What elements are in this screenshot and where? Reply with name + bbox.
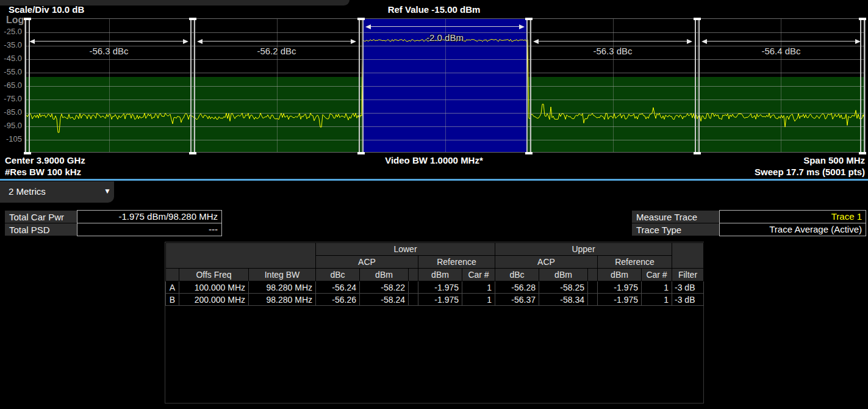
acp-value-cell: 98.280 MHz <box>249 294 316 306</box>
acp-value-cell <box>409 294 418 306</box>
video-bw-setting[interactable]: Video BW 1.0000 MHz* <box>0 155 868 165</box>
acp-table-row: B200.000 MHz98.280 MHz-56.26-58.24-1.975… <box>166 294 704 306</box>
y-axis-label: -25.0 <box>0 27 22 36</box>
column-header-dbm: dBm <box>598 269 642 281</box>
channel-gate-marker <box>190 19 195 153</box>
y-axis-label: -105 <box>0 134 22 143</box>
acp-value-cell: -1.975 <box>418 294 462 306</box>
column-header-integ-bw: Integ BW <box>249 269 316 281</box>
arrow-line <box>370 26 520 27</box>
gate-line <box>194 19 195 153</box>
adjacent-channel-power-label: -56.4 dBc <box>697 46 865 56</box>
acp-value-cell: -56.26 <box>316 294 360 306</box>
column-header-filter: Filter <box>672 269 704 281</box>
column-header-car-: Car # <box>642 269 672 281</box>
acp-value-cell: 1 <box>642 294 672 306</box>
column-header-dbc: dBc <box>495 269 539 281</box>
acp-value-cell: -1.975 <box>418 281 462 294</box>
column-header-spacer <box>166 269 179 281</box>
adjacent-channel-arrow <box>197 39 356 44</box>
metrics-dropdown[interactable]: 2 Metrics ▼ <box>0 181 114 203</box>
arrowhead-left-icon <box>29 39 35 44</box>
acp-value-cell: -56.24 <box>316 281 360 294</box>
column-header-dbm: dBm <box>360 269 409 281</box>
y-axis-label: -95.0 <box>0 121 22 130</box>
y-axis-label: -45.0 <box>0 54 22 63</box>
blank-filter-cell <box>672 243 704 269</box>
subgroup-reference-lower: Reference <box>418 256 495 269</box>
arrowhead-right-icon <box>687 39 692 44</box>
acp-value-cell: -58.22 <box>360 281 409 294</box>
y-axis-label: -35.0 <box>0 40 22 49</box>
adjacent-channel-power-label: -56.3 dBc <box>25 46 193 56</box>
carrier-summary-panel: Total Car Pwr -1.975 dBm/98.280 MHz Tota… <box>5 211 222 236</box>
subgroup-acp-upper: ACP <box>495 256 598 269</box>
acp-table-row: A100.000 MHz98.280 MHz-56.24-58.22-1.975… <box>166 281 704 294</box>
total-psd-label: Total PSD <box>5 223 77 236</box>
chevron-down-icon: ▼ <box>104 181 111 201</box>
acp-filter-cell: -3 dB <box>672 281 704 294</box>
acp-value-cell: 100.000 MHz <box>179 281 249 294</box>
arrowhead-left-icon <box>701 39 707 44</box>
column-header-row: Offs FreqInteg BWdBcdBmdBmCar #dBcdBmdBm… <box>166 269 704 281</box>
column-header-spacer <box>588 269 598 281</box>
column-header-dbm: dBm <box>539 269 588 281</box>
gate-line <box>359 19 360 153</box>
arrowhead-right-icon <box>183 39 188 44</box>
subgroup-acp-lower: ACP <box>316 256 418 269</box>
acp-value-cell: 1 <box>462 294 495 306</box>
total-car-pwr-label: Total Car Pwr <box>5 211 77 223</box>
annotation-row-1: Center 3.9000 GHz Video BW 1.0000 MHz* S… <box>0 155 868 167</box>
gate-line <box>864 19 865 153</box>
y-axis-label: -85.0 <box>0 107 22 117</box>
acp-value-cell <box>409 281 418 294</box>
acp-value-cell: -58.34 <box>539 294 588 306</box>
res-bw-setting[interactable]: #Res BW 100 kHz <box>5 167 81 177</box>
column-header-car-: Car # <box>462 269 495 281</box>
spectrum-display: -56.3 dBc-56.2 dBc-2.0 dBm-56.3 dBc-56.4… <box>24 18 866 153</box>
acp-value-cell: 98.280 MHz <box>249 281 316 294</box>
arrowhead-right-icon <box>351 39 356 44</box>
acp-value-cell: -58.24 <box>360 294 409 306</box>
blank-corner-cell <box>166 243 316 269</box>
adjacent-channel-arrow <box>29 39 188 44</box>
y-axis: -25.0-35.0-45.0-55.0-65.0-75.0-85.0-95.0… <box>0 18 23 153</box>
group-header-row: Lower Upper <box>166 243 704 256</box>
acp-value-cell: -1.975 <box>598 281 642 294</box>
acp-filter-cell: -3 dB <box>672 294 704 306</box>
y-axis-label: -75.0 <box>0 94 22 103</box>
annotation-row-2: #Res BW 100 kHz Sweep 17.7 ms (5001 pts) <box>0 167 868 178</box>
window-separator-line <box>0 179 868 181</box>
subgroup-reference-upper: Reference <box>598 256 672 269</box>
arrow-line <box>706 41 856 42</box>
adjacent-channel-power-label: -56.3 dBc <box>529 46 697 56</box>
total-psd-value: --- <box>77 223 222 236</box>
sweep-setting[interactable]: Sweep 17.7 ms (5001 pts) <box>755 167 865 177</box>
total-car-pwr-value: -1.975 dBm/98.280 MHz <box>77 210 222 223</box>
span-setting[interactable]: Span 500 MHz <box>803 155 865 165</box>
metrics-dropdown-label: 2 Metrics <box>9 181 46 201</box>
measure-trace-value[interactable]: Trace 1 <box>719 210 866 223</box>
acp-value-cell: -58.25 <box>539 281 588 294</box>
adjacent-channel-arrow <box>533 39 692 44</box>
channel-gate-marker <box>695 19 700 153</box>
arrow-line <box>34 41 184 42</box>
gate-line <box>530 19 531 153</box>
gate-line <box>25 19 26 153</box>
ref-value-setting[interactable]: Ref Value -15.00 dBm <box>0 4 868 15</box>
adjacent-channel-power-label: -56.2 dBc <box>193 46 360 56</box>
arrowhead-right-icon <box>519 24 525 29</box>
gate-line <box>698 19 700 153</box>
acp-row-id-cell: A <box>166 281 179 294</box>
gate-line <box>695 19 696 153</box>
carrier-power-label: -2.0 dBm <box>361 32 529 43</box>
channel-gate-marker <box>860 19 865 153</box>
trace-type-row: Trace Type Trace Average (Active) <box>632 223 866 236</box>
trace-type-value[interactable]: Trace Average (Active) <box>719 223 866 236</box>
measure-trace-row: Measure Trace Trace 1 <box>632 211 866 223</box>
column-header-offs-freq: Offs Freq <box>179 269 249 281</box>
acp-value-cell: 200.000 MHz <box>179 294 249 306</box>
total-car-pwr-row: Total Car Pwr -1.975 dBm/98.280 MHz <box>5 211 222 223</box>
trace-panel: Measure Trace Trace 1 Trace Type Trace A… <box>632 211 866 236</box>
trace-type-label: Trace Type <box>632 223 719 236</box>
